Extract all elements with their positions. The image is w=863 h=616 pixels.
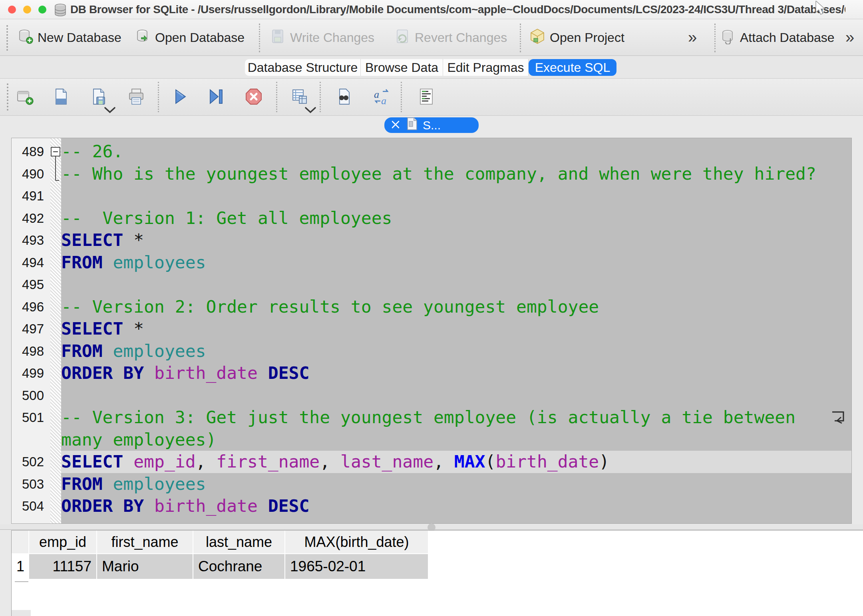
grid-corner-strip xyxy=(12,610,31,616)
cell-first-name[interactable]: Mario xyxy=(97,554,193,579)
zoom-window-button[interactable] xyxy=(38,6,46,14)
save-sql-dropdown-chevron-icon[interactable] xyxy=(104,107,116,115)
editor-line: 501-- Version 3: Get just the youngest e… xyxy=(12,406,851,429)
attach-database-icon xyxy=(720,28,736,48)
code-text xyxy=(61,384,851,407)
sql-file-tab-label: S... xyxy=(423,119,441,132)
open-sql-tab-icon[interactable] xyxy=(15,87,34,106)
editor-line: 495 xyxy=(12,273,851,296)
print-icon[interactable] xyxy=(127,87,145,106)
new-database-icon xyxy=(18,28,34,48)
open-database-label: Open Database xyxy=(155,30,245,45)
code-text: -- 26. xyxy=(61,141,851,163)
sql-editor[interactable]: 489-- 26.490-- Who is the youngest emplo… xyxy=(11,138,852,524)
tab-edit-pragmas[interactable]: Edit Pragmas xyxy=(443,59,529,76)
results-view-dropdown-chevron-icon[interactable] xyxy=(304,107,316,115)
editor-line: 492-- Version 1: Get all employees xyxy=(12,207,851,230)
revert-changes-icon xyxy=(395,28,411,48)
row-number: 1 xyxy=(12,554,29,579)
line-number: 496 xyxy=(12,296,50,318)
find-in-sql-icon[interactable] xyxy=(335,87,353,106)
fold-margin-cell xyxy=(50,207,61,230)
save-sql-file-icon[interactable] xyxy=(89,87,108,106)
execute-current-line-icon[interactable] xyxy=(207,87,225,106)
toolbar-more-chevron[interactable]: » xyxy=(845,20,854,56)
toolbar-more-chevron[interactable]: » xyxy=(688,20,697,56)
attach-database-button[interactable]: Attach Database xyxy=(720,20,835,56)
editor-line: 490-- Who is the youngest employee at th… xyxy=(12,163,851,185)
sql-toolbar-separator xyxy=(401,82,402,112)
fold-margin-cell xyxy=(50,473,61,495)
code-text: SELECT * xyxy=(61,229,851,252)
fold-margin-cell xyxy=(50,451,61,473)
code-text: -- Who is the youngest employee at the c… xyxy=(61,163,851,185)
line-number: 498 xyxy=(12,340,50,362)
new-database-button[interactable]: New Database xyxy=(18,20,121,56)
fold-margin-cell xyxy=(50,229,61,252)
results-grid: emp_id first_name last_name MAX(birth_da… xyxy=(11,530,863,616)
title-bar: DB Browser for SQLite - /Users/russellgo… xyxy=(0,0,863,19)
open-project-button[interactable]: Open Project xyxy=(529,20,624,56)
format-sql-icon[interactable] xyxy=(417,87,435,106)
sql-file-tab[interactable]: S... xyxy=(384,117,479,133)
toolbar-drag-handle[interactable] xyxy=(6,25,8,51)
main-toolbar: New Database Open Database xyxy=(0,20,863,56)
code-text: FROM employees xyxy=(61,473,851,495)
stop-icon[interactable] xyxy=(245,87,263,106)
save-results-view-icon[interactable] xyxy=(290,87,309,106)
open-project-label: Open Project xyxy=(550,30,624,45)
mouse-cursor-icon xyxy=(815,1,829,18)
open-database-button[interactable]: Open Database xyxy=(135,20,245,56)
column-header-max-birth-date[interactable]: MAX(birth_date) xyxy=(285,531,429,553)
find-replace-icon[interactable]: a a xyxy=(372,87,391,106)
cell-max-birth-date[interactable]: 1965-02-01 xyxy=(285,554,429,579)
column-header-first-name[interactable]: first_name xyxy=(97,531,193,553)
sql-code-area[interactable]: 489-- 26.490-- Who is the youngest emplo… xyxy=(12,141,851,517)
code-text: SELECT * xyxy=(61,318,851,340)
line-number: 502 xyxy=(12,451,50,473)
code-text: -- Version 3: Get just the youngest empl… xyxy=(61,406,851,429)
line-number: 489 xyxy=(12,141,50,163)
fold-margin-cell xyxy=(50,252,61,274)
fold-margin-cell xyxy=(50,429,61,451)
editor-line: 500 xyxy=(12,384,851,407)
editor-results-splitter[interactable] xyxy=(0,524,863,530)
svg-text:a: a xyxy=(374,89,379,100)
close-window-button[interactable] xyxy=(8,6,16,14)
window-title: DB Browser for SQLite - /Users/russellgo… xyxy=(70,0,845,19)
line-number: 495 xyxy=(12,273,50,296)
line-number: 494 xyxy=(12,252,50,274)
line-number: 492 xyxy=(12,207,50,230)
svg-text:a: a xyxy=(381,95,386,106)
fold-collapse-icon[interactable] xyxy=(50,141,62,190)
minimize-window-button[interactable] xyxy=(23,6,31,14)
sql-toolbar-drag-handle[interactable] xyxy=(7,83,8,111)
table-row[interactable]: 1 11157 Mario Cochrane 1965-02-01 xyxy=(12,553,863,579)
sql-toolbar-separator xyxy=(158,82,159,112)
editor-line: 494FROM employees xyxy=(12,252,851,274)
code-text: FROM employees xyxy=(61,252,851,274)
editor-line: 504ORDER BY birth_date DESC xyxy=(12,495,851,517)
open-database-icon xyxy=(135,28,151,48)
tab-execute-sql[interactable]: Execute SQL xyxy=(529,59,616,76)
code-text: FROM employees xyxy=(61,340,851,362)
column-header-emp-id[interactable]: emp_id xyxy=(29,531,97,553)
cell-last-name[interactable]: Cochrane xyxy=(193,554,285,579)
code-text xyxy=(61,185,851,207)
fold-margin-cell xyxy=(50,362,61,384)
editor-line: 499ORDER BY birth_date DESC xyxy=(12,362,851,384)
code-text: -- Version 1: Get all employees xyxy=(61,207,851,230)
close-icon[interactable] xyxy=(391,119,400,132)
tab-browse-data[interactable]: Browse Data xyxy=(361,59,443,76)
write-changes-button[interactable]: Write Changes xyxy=(270,20,374,56)
column-header-last-name[interactable]: last_name xyxy=(193,531,285,553)
editor-line: 502SELECT emp_id, first_name, last_name,… xyxy=(12,451,851,473)
line-number: 500 xyxy=(12,384,50,407)
code-text: ORDER BY birth_date DESC xyxy=(61,495,851,517)
revert-changes-button[interactable]: Revert Changes xyxy=(395,20,507,56)
revert-changes-label: Revert Changes xyxy=(415,30,507,45)
execute-all-icon[interactable] xyxy=(171,87,189,106)
tab-database-structure[interactable]: Database Structure xyxy=(245,59,361,76)
cell-emp-id[interactable]: 11157 xyxy=(29,554,97,579)
open-sql-file-icon[interactable] xyxy=(52,87,70,106)
